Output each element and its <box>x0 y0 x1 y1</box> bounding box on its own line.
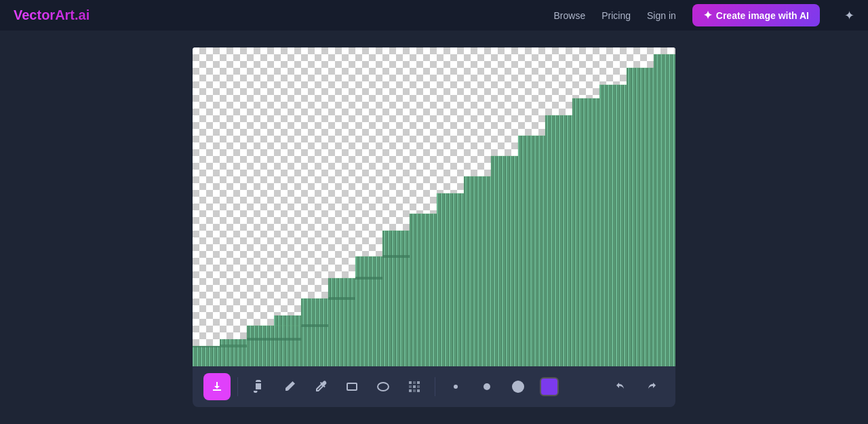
brush-size-xs-button[interactable] <box>442 373 469 400</box>
svg-rect-7 <box>247 338 301 341</box>
brush-icon <box>252 380 265 393</box>
svg-rect-17 <box>409 385 412 388</box>
rectangle-icon <box>345 380 359 393</box>
pattern-button[interactable] <box>401 373 428 400</box>
dot-lg-icon <box>512 381 524 393</box>
svg-rect-10 <box>355 277 382 280</box>
svg-rect-9 <box>328 297 355 300</box>
brush-size-lg-button[interactable] <box>505 373 532 400</box>
redo-button[interactable] <box>637 373 665 400</box>
eyedropper-button[interactable] <box>307 373 334 400</box>
toolbar <box>193 366 675 407</box>
svg-rect-18 <box>413 385 416 388</box>
svg-rect-22 <box>417 389 420 392</box>
rectangle-button[interactable] <box>338 373 366 400</box>
canvas-area[interactable]: /* rendered statically below */ <box>193 47 675 366</box>
svg-rect-20 <box>409 389 412 392</box>
svg-rect-19 <box>417 385 420 388</box>
theme-toggle-button[interactable]: ✦ <box>844 8 854 23</box>
eraser-icon <box>283 380 296 393</box>
color-swatch-button[interactable] <box>536 373 563 400</box>
eraser-button[interactable] <box>276 373 303 400</box>
header: VectorArt.ai Browse Pricing Sign in ✦ Cr… <box>0 0 868 31</box>
ellipse-icon <box>376 380 390 393</box>
download-icon <box>210 380 224 393</box>
svg-rect-21 <box>413 389 416 392</box>
ellipse-button[interactable] <box>370 373 397 400</box>
brush-size-sm-button[interactable] <box>473 373 500 400</box>
svg-rect-15 <box>413 381 416 384</box>
main-content: /* rendered statically below */ <box>0 31 868 424</box>
editor-container: /* rendered statically below */ <box>193 47 675 407</box>
svg-point-13 <box>378 383 389 391</box>
svg-rect-5 <box>193 47 675 366</box>
create-image-button[interactable]: ✦ Create image with AI <box>692 4 820 26</box>
svg-rect-16 <box>417 381 420 384</box>
brush-button[interactable] <box>245 373 272 400</box>
download-button[interactable] <box>203 373 231 400</box>
nav-signin[interactable]: Sign in <box>647 10 676 21</box>
dot-xs-icon <box>454 385 458 389</box>
nav: Browse Pricing Sign in ✦ Create image wi… <box>554 4 854 26</box>
undo-button[interactable] <box>608 373 635 400</box>
eyedropper-icon <box>314 380 328 393</box>
artwork-svg: /* rendered statically below */ <box>193 47 675 366</box>
svg-rect-14 <box>409 381 412 384</box>
logo[interactable]: VectorArt.ai <box>14 7 90 23</box>
svg-rect-8 <box>301 324 328 327</box>
pattern-icon <box>408 380 421 393</box>
redo-icon <box>644 380 658 393</box>
dot-sm-icon <box>484 383 490 390</box>
nav-browse[interactable]: Browse <box>554 10 586 21</box>
sparkle-icon: ✦ <box>703 9 712 22</box>
separator-2 <box>435 377 435 396</box>
color-swatch <box>540 377 559 396</box>
svg-rect-12 <box>347 383 357 390</box>
nav-pricing[interactable]: Pricing <box>601 10 631 21</box>
undo-redo-group <box>608 373 665 400</box>
undo-icon <box>614 380 628 393</box>
svg-rect-11 <box>382 255 410 258</box>
separator-1 <box>237 377 238 396</box>
